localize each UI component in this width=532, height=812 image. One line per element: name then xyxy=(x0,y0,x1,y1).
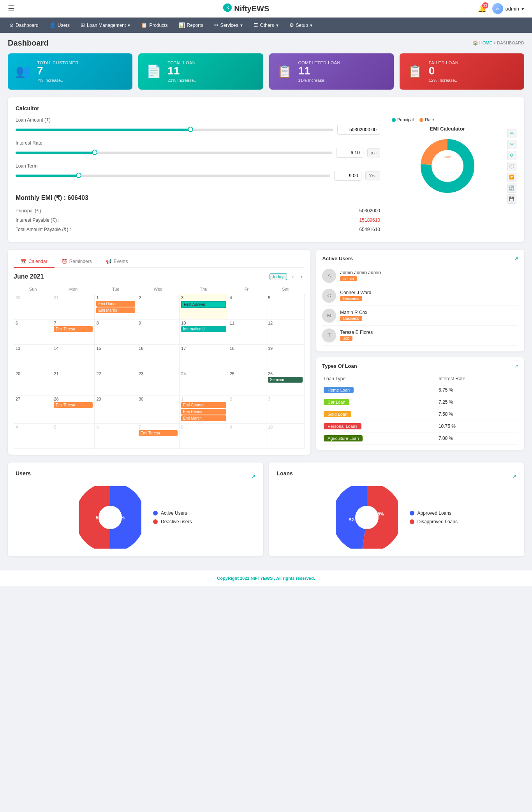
table-row[interactable]: 21 xyxy=(52,370,95,395)
cal-prev-arrow[interactable]: ‹ xyxy=(290,273,296,281)
table-row[interactable]: 31 xyxy=(52,294,95,319)
calendar-event[interactable]: International xyxy=(181,326,226,332)
table-row[interactable]: 22 xyxy=(95,370,137,395)
loans-chart-link[interactable]: ↗ xyxy=(512,473,516,479)
nav-setup[interactable]: ⚙ Setup ▾ xyxy=(284,18,318,33)
table-row[interactable]: 1Emi ConnerEmi DannaEmi Martin xyxy=(180,395,228,423)
table-row[interactable]: 2 xyxy=(228,395,266,423)
tab-reminders[interactable]: ⏰ Reminders xyxy=(55,256,99,267)
interest-rate-slider-track[interactable] xyxy=(16,152,332,154)
table-row[interactable]: 23 xyxy=(137,370,179,395)
table-row[interactable]: 10International xyxy=(180,319,228,344)
table-row[interactable]: 9 xyxy=(137,319,179,344)
chart-clock-icon[interactable]: 🕐 xyxy=(507,162,516,171)
interest-rate-cell: 7.50 % xyxy=(437,408,518,420)
tab-events[interactable]: 📢 Events xyxy=(99,256,135,267)
chart-cut-icon[interactable]: ✂ xyxy=(507,140,516,149)
table-row[interactable]: 17 xyxy=(180,344,228,370)
loan-term-thumb[interactable] xyxy=(76,173,81,178)
table-row[interactable]: 11 xyxy=(228,319,266,344)
table-row[interactable]: 30 xyxy=(14,294,52,319)
interest-rate-thumb[interactable] xyxy=(92,150,97,155)
table-row[interactable]: 25 xyxy=(228,370,266,395)
nav-setup-label: Setup xyxy=(296,23,308,28)
nav-products[interactable]: 📋 Products xyxy=(136,18,173,33)
list-item[interactable]: T Teresa E Flores Job xyxy=(322,326,518,346)
table-row[interactable]: 2 xyxy=(137,294,179,319)
calendar-event[interactable]: Emi Conner xyxy=(181,402,226,408)
loan-amount-slider-track[interactable] xyxy=(16,129,333,131)
calendar-event[interactable]: Emi Martin xyxy=(181,415,226,421)
table-row[interactable]: 13 xyxy=(14,344,52,370)
table-row[interactable]: 4 xyxy=(228,294,266,319)
table-row[interactable]: 30 xyxy=(137,395,179,423)
table-row[interactable]: 1Emi DannaEmi Martin xyxy=(95,294,137,319)
calendar-event[interactable]: Emi Martin xyxy=(96,307,135,313)
list-item[interactable]: A admin admin admin admin xyxy=(322,266,518,286)
active-users-dot xyxy=(153,511,158,515)
nav-others[interactable]: ☰ Others ▾ xyxy=(248,18,284,33)
calendar-event[interactable]: Emi Danna xyxy=(181,409,226,415)
calendar-event[interactable]: First Anniver xyxy=(181,301,226,308)
cal-next-arrow[interactable]: › xyxy=(299,273,305,281)
nav-loan-management[interactable]: ⊞ Loan Management ▾ xyxy=(75,18,136,33)
emi-label: Monthly EMI (₹) : 606403 xyxy=(16,194,380,201)
table-row[interactable]: 19 xyxy=(266,344,304,370)
calendar-event[interactable]: Emi Teresa xyxy=(54,402,93,408)
table-row[interactable]: 5 xyxy=(52,423,95,448)
calendar-event[interactable]: Emi Teresa xyxy=(139,430,178,436)
breadcrumb-home[interactable]: HOME xyxy=(479,41,492,45)
nav-users[interactable]: 👤 Users xyxy=(44,18,75,33)
chart-filter-icon[interactable]: 🔽 xyxy=(507,173,516,182)
table-row[interactable]: 20 xyxy=(14,370,52,395)
nav-dashboard[interactable]: ⊙ Dashboard xyxy=(4,18,44,33)
loan-term-slider-track[interactable] xyxy=(16,175,330,177)
table-row[interactable]: 8 xyxy=(95,319,137,344)
chart-download-icon[interactable]: 💾 xyxy=(507,194,516,204)
interest-rate-input[interactable] xyxy=(336,148,363,158)
table-row[interactable]: 18 xyxy=(228,344,266,370)
loan-types-link[interactable]: ↗ xyxy=(514,363,518,369)
table-row[interactable]: 12 xyxy=(266,319,304,344)
table-row[interactable]: 7Emi Teresa xyxy=(137,423,179,448)
users-chart-link[interactable]: ↗ xyxy=(251,473,255,479)
hamburger-icon[interactable]: ☰ xyxy=(8,4,15,13)
table-row[interactable]: 6 xyxy=(95,423,137,448)
table-row[interactable]: 10 xyxy=(266,423,304,448)
table-row[interactable]: 29 xyxy=(95,395,137,423)
calendar-event[interactable]: Seminar xyxy=(268,377,303,383)
table-row[interactable]: 15 xyxy=(95,344,137,370)
table-row[interactable]: 8 xyxy=(180,423,228,448)
table-row[interactable]: 26Seminar xyxy=(266,370,304,395)
chart-refresh-icon[interactable]: 🔄 xyxy=(507,184,516,193)
calendar-event[interactable]: Emi Teresa xyxy=(54,326,93,332)
table-row[interactable]: 9 xyxy=(228,423,266,448)
table-row[interactable]: 3First Anniver xyxy=(180,294,228,319)
table-row[interactable]: 24 xyxy=(180,370,228,395)
table-row[interactable]: 16 xyxy=(137,344,179,370)
table-row[interactable]: 14 xyxy=(52,344,95,370)
table-row[interactable]: 3 xyxy=(266,395,304,423)
table-row[interactable]: 4 xyxy=(14,423,52,448)
table-row[interactable]: 28Emi Teresa xyxy=(52,395,95,423)
table-row[interactable]: 5 xyxy=(266,294,304,319)
nav-services[interactable]: ✂ Services ▾ xyxy=(209,18,248,33)
admin-menu[interactable]: A admin ▾ xyxy=(492,3,524,14)
list-item[interactable]: M Martin R Cox Business xyxy=(322,306,518,326)
loan-amount-input[interactable] xyxy=(337,125,380,135)
notification-bell[interactable]: 🔔 33 xyxy=(478,4,486,13)
chart-edit-icon[interactable]: ✏ xyxy=(507,129,516,138)
table-row[interactable]: 6 xyxy=(14,319,52,344)
chart-settings-icon[interactable]: ⚙ xyxy=(507,151,516,160)
loan-amount-thumb[interactable] xyxy=(188,127,193,132)
today-button[interactable]: today xyxy=(270,273,287,280)
table-row[interactable]: 7Emi Teresa xyxy=(52,319,95,344)
calendar-event[interactable]: Emi Danna xyxy=(96,301,135,307)
nav-reports[interactable]: 📊 Reports xyxy=(173,18,209,33)
loan-term-input[interactable] xyxy=(334,171,361,181)
tab-calendar[interactable]: 📅 Calendar xyxy=(14,256,55,268)
col-tue: Tue xyxy=(95,284,137,294)
table-row[interactable]: 27 xyxy=(14,395,52,423)
list-item[interactable]: C Conner J Ward Business xyxy=(322,286,518,306)
active-users-link[interactable]: ↗ xyxy=(514,256,518,261)
